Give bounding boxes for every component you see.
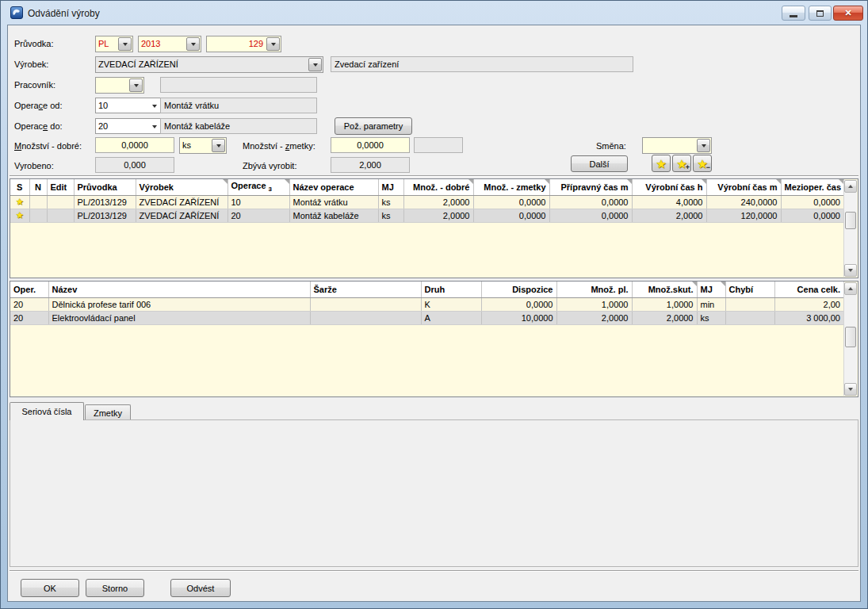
cell: 10 <box>228 195 289 209</box>
pruvodka-number-value: 129 <box>207 36 266 52</box>
col-header-operace[interactable]: Operace 3 <box>228 179 289 195</box>
cell: Montáž kabeláže <box>289 209 378 222</box>
chevron-down-icon <box>271 43 276 48</box>
tab-zmetky[interactable]: Zmetky <box>85 404 131 420</box>
scrollbar-thumb[interactable] <box>845 212 856 229</box>
cell: Dělnická profese tarif 006 <box>48 297 310 311</box>
mnozstvi-dobre-input[interactable]: 0,0000 <box>95 137 174 153</box>
dropdown-button[interactable] <box>697 139 710 152</box>
mnozstvi-zmetky-label: Množství - zmetky: <box>243 141 315 151</box>
chevron-down-icon <box>702 144 706 150</box>
table-row[interactable]: ★ PL/2013/129 ZVEDACÍ ZAŘÍZENÍ 20 Montáž… <box>10 209 844 222</box>
label-text: metky: <box>289 141 315 151</box>
col-header[interactable]: Název <box>48 282 310 297</box>
operace-do-combo[interactable]: 20 <box>95 118 162 134</box>
smena-combo[interactable] <box>642 137 712 154</box>
col-header[interactable]: Druh <box>421 282 481 297</box>
pracovnik-combo[interactable] <box>95 77 144 94</box>
star-add-button[interactable]: ★ + <box>672 155 691 172</box>
table-row[interactable]: 20 Elektroovládací panel A 10,0000 2,000… <box>10 311 844 324</box>
dropdown-button[interactable] <box>212 139 225 152</box>
vyrobek-label: Výrobek: <box>14 59 48 69</box>
col-header[interactable]: MJ <box>378 179 403 195</box>
pracovnik-label: Pracovník: <box>14 80 55 90</box>
maximize-button[interactable] <box>809 6 832 21</box>
col-header[interactable]: Množ.skut. <box>632 282 697 297</box>
vertical-scrollbar[interactable] <box>843 180 857 277</box>
operace-od-combo[interactable]: 10 <box>95 98 162 113</box>
col-header[interactable]: Množ. - dobré <box>403 179 473 195</box>
cell: 0,0000 <box>781 209 844 222</box>
cell: 2,0000 <box>403 209 473 222</box>
cell: ZVEDACÍ ZAŘÍZENÍ <box>136 195 228 209</box>
col-header[interactable]: Oper. <box>10 282 48 297</box>
cell: 2,00 <box>774 297 844 311</box>
dalsi-button[interactable]: Další <box>571 155 628 172</box>
col-header[interactable]: Výrobek <box>136 179 228 195</box>
close-icon: ✕ <box>844 8 851 18</box>
scroll-down-icon <box>848 388 853 393</box>
col-header[interactable]: Výrobní čas m <box>706 179 781 195</box>
pracovnik-name-field <box>160 77 317 93</box>
storno-button[interactable]: Storno <box>86 579 144 597</box>
poz-parametry-button[interactable]: Pož. parametry <box>335 117 412 135</box>
dropdown-button[interactable] <box>308 58 322 71</box>
dropdown-button[interactable] <box>186 37 200 51</box>
table-row[interactable]: 20 Dělnická profese tarif 006 K 0,0000 1… <box>10 297 844 311</box>
tab-seriova-cisla[interactable]: Seriová čísla <box>10 402 84 420</box>
titlebar[interactable]: Odvádění výroby ✕ <box>1 1 867 25</box>
scroll-down-button[interactable] <box>844 264 857 277</box>
vyrobek-code-value: ZVEDACÍ ZAŘÍZENÍ <box>96 57 308 72</box>
col-header[interactable]: Název operace <box>289 179 378 195</box>
operace-od-name-field: Montáž vrátku <box>160 98 317 113</box>
vyrobek-combo[interactable]: ZVEDACÍ ZAŘÍZENÍ <box>95 56 323 73</box>
dropdown-button[interactable] <box>148 119 161 133</box>
star-cell: ★ <box>10 209 29 222</box>
col-header[interactable]: Šarže <box>310 282 421 297</box>
scrollbar-thumb[interactable] <box>845 327 856 347</box>
star-button[interactable]: ★ <box>652 155 671 172</box>
col-header[interactable]: Množ. - zmetky <box>473 179 549 195</box>
col-header[interactable]: N <box>29 179 47 195</box>
scroll-up-button[interactable] <box>844 282 857 295</box>
cell <box>29 209 47 222</box>
dropdown-button[interactable] <box>129 79 143 92</box>
star-remove-button[interactable]: ★ − <box>693 155 712 172</box>
label-text: e od: <box>43 101 62 110</box>
dropdown-button[interactable] <box>118 37 132 51</box>
vertical-scrollbar[interactable] <box>843 282 857 396</box>
chevron-down-icon <box>191 43 196 48</box>
minimize-button[interactable] <box>782 6 805 21</box>
pruvodka-number-combo[interactable]: 129 <box>206 36 281 52</box>
col-header[interactable]: S <box>10 179 29 195</box>
dropdown-button[interactable] <box>266 37 280 51</box>
col-header[interactable]: Přípravný čas m <box>549 179 632 195</box>
col-header[interactable]: Cena celk. <box>774 282 844 297</box>
close-button[interactable]: ✕ <box>833 6 863 21</box>
cell: 240,0000 <box>706 195 781 209</box>
col-header[interactable]: Edit <box>47 179 74 195</box>
scroll-down-button[interactable] <box>844 383 857 396</box>
col-header[interactable]: Výrobní čas h <box>632 179 706 195</box>
odvest-button[interactable]: Odvést <box>170 579 231 597</box>
cell: 2,0000 <box>632 209 706 222</box>
dropdown-button[interactable] <box>148 98 161 113</box>
cell: ks <box>378 195 403 209</box>
col-header[interactable]: Dispozice <box>481 282 556 297</box>
col-header[interactable]: Množ. pl. <box>556 282 632 297</box>
ok-button[interactable]: OK <box>21 579 79 597</box>
mnozstvi-zmetky-input[interactable]: 0,0000 <box>331 137 410 153</box>
cell <box>310 297 421 311</box>
chevron-down-icon <box>152 125 157 131</box>
col-header[interactable]: Průvodka <box>74 179 136 195</box>
table-row[interactable]: ★ PL/2013/129 ZVEDACÍ ZAŘÍZENÍ 10 Montáž… <box>10 195 844 209</box>
cell: 2,0000 <box>403 195 473 209</box>
col-header[interactable]: MJ <box>697 282 725 297</box>
zbyva-vyrobit-field: 2,000 <box>331 157 410 173</box>
scroll-up-button[interactable] <box>844 180 857 193</box>
col-header[interactable]: Mezioper. čas m <box>781 179 844 195</box>
unit-combo[interactable]: ks <box>179 137 227 154</box>
col-header[interactable]: Chybí <box>725 282 774 297</box>
pruvodka-year-combo[interactable]: 2013 <box>138 36 201 52</box>
pruvodka-series-combo[interactable]: PL <box>95 36 133 52</box>
